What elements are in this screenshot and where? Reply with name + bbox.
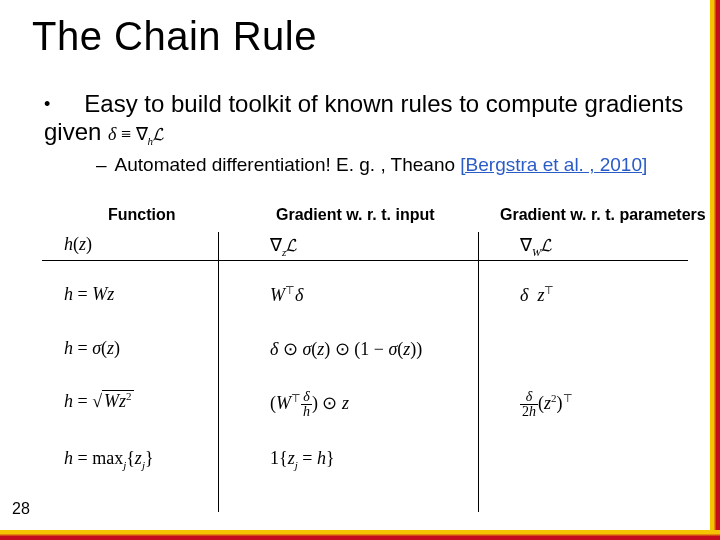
slide: The Chain Rule •Easy to build toolkit of… bbox=[0, 0, 720, 540]
bullet1-formula: δ ≡ ∇h𝓛 bbox=[108, 124, 163, 144]
bullet-level-2: –Automated differentiation! E. g. , Thea… bbox=[96, 154, 684, 176]
cell-grad-input: W⊤δ bbox=[270, 284, 490, 306]
cell-function: h = √Wz2 bbox=[64, 390, 224, 412]
cell-grad-params: δ2h(z2)⊤ bbox=[520, 390, 690, 419]
bullet-level-1: •Easy to build toolkit of known rules to… bbox=[44, 90, 684, 148]
cell-grad-params: δ z⊤ bbox=[520, 284, 690, 306]
bullet-dot-icon: • bbox=[44, 94, 50, 114]
cell-grad-input: (W⊤δh) ⊙ z bbox=[270, 390, 490, 419]
citation-link[interactable]: [Bergstra et al. , 2010] bbox=[460, 154, 647, 175]
bullet-dash-icon: – bbox=[96, 154, 107, 175]
cell-function: h = maxj{zj} bbox=[64, 448, 224, 471]
body-content: •Easy to build toolkit of known rules to… bbox=[44, 90, 684, 176]
bullet2-text: Automated differentiation! E. g. , Thean… bbox=[115, 154, 461, 175]
cell-function: h = Wz bbox=[64, 284, 224, 305]
sym-grad-params: ∇W𝓛 bbox=[520, 234, 690, 258]
header-grad-input: Gradient w. r. t. input bbox=[276, 206, 435, 224]
cell-grad-input: 1{zj = h} bbox=[270, 448, 490, 471]
sym-grad-input: ∇z𝓛 bbox=[270, 234, 490, 258]
accent-bar-bottom bbox=[0, 530, 720, 540]
cell-grad-input: δ ⊙ σ(z) ⊙ (1 − σ(z)) bbox=[270, 338, 490, 360]
header-function: Function bbox=[108, 206, 176, 224]
sym-function: h(z) bbox=[64, 234, 224, 255]
header-grad-params: Gradient w. r. t. parameters bbox=[500, 206, 706, 224]
slide-title: The Chain Rule bbox=[32, 14, 317, 59]
table-rule-horizontal bbox=[42, 260, 688, 261]
cell-function: h = σ(z) bbox=[64, 338, 224, 359]
page-number: 28 bbox=[12, 500, 30, 518]
accent-bar-right bbox=[710, 0, 720, 540]
